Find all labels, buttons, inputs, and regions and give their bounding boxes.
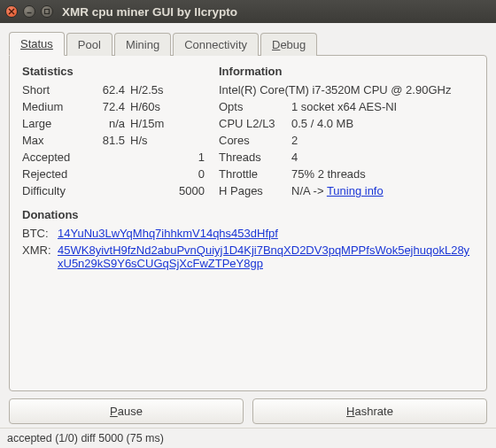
donations-heading: Donations <box>22 208 474 221</box>
status-panel: Statistics Short 62.4 H/2.5s Medium 72.4… <box>9 55 487 391</box>
info-cpu: Intel(R) Core(TM) i7-3520M CPU @ 2.90GHz <box>219 81 474 98</box>
stat-medium: Medium 72.4 H/60s <box>22 98 208 115</box>
info-threads: Threads 4 <box>219 149 474 166</box>
stat-difficulty: Difficulty 5000 <box>22 182 208 199</box>
tuning-info-link[interactable]: Tuning info <box>327 184 384 197</box>
info-cache: CPU L2/L3 0.5 / 4.0 MB <box>219 115 474 132</box>
titlebar: XMR cpu miner GUI by llcrypto <box>0 0 496 23</box>
status-bar: accepted (1/0) diff 5000 (75 ms) <box>0 428 496 448</box>
window-title: XMR cpu miner GUI by llcrypto <box>62 5 237 19</box>
stat-accepted: Accepted 1 <box>22 149 208 166</box>
stat-large: Large n/a H/15m <box>22 115 208 132</box>
btc-address-link[interactable]: 14YuNu3LwYqMhq7ihhkmV14qhs453dHfpf <box>58 227 278 240</box>
maximize-icon[interactable] <box>41 5 53 18</box>
svg-rect-0 <box>45 10 50 14</box>
info-throttle: Throttle 75% 2 threads <box>219 166 474 182</box>
info-opts: Opts 1 socket x64 AES-NI <box>219 98 474 115</box>
minimize-icon[interactable] <box>23 5 35 18</box>
tab-connectivity[interactable]: Connectivity <box>173 33 259 56</box>
tab-status[interactable]: Status <box>9 32 65 56</box>
hashrate-button[interactable]: Hashrate <box>252 398 487 424</box>
tab-debug[interactable]: Debug <box>260 33 317 56</box>
info-heading: Information <box>219 65 474 78</box>
info-hpages: H Pages N/A -> Tuning info <box>219 182 474 199</box>
close-icon[interactable] <box>5 5 18 18</box>
stat-short: Short 62.4 H/2.5s <box>22 81 208 98</box>
tab-bar: Status Pool Mining Connectivity Debug <box>9 32 487 56</box>
info-cores: Cores 2 <box>219 132 474 149</box>
stats-heading: Statistics <box>22 65 208 78</box>
donation-btc: BTC: 14YuNu3LwYqMhq7ihhkmV14qhs453dHfpf <box>22 225 474 242</box>
tab-pool[interactable]: Pool <box>66 33 112 56</box>
donation-xmr: XMR: 45WK8yivtH9fzNd2abuPvnQuiyj1D4Kji7B… <box>22 242 474 272</box>
pause-button[interactable]: Pause <box>9 398 244 424</box>
xmr-address-link[interactable]: 45WK8yivtH9fzNd2abuPvnQuiyj1D4Kji7BnqXD2… <box>58 243 469 270</box>
stat-max: Max 81.5 H/s <box>22 132 208 149</box>
stat-rejected: Rejected 0 <box>22 166 208 182</box>
tab-mining[interactable]: Mining <box>114 33 171 56</box>
